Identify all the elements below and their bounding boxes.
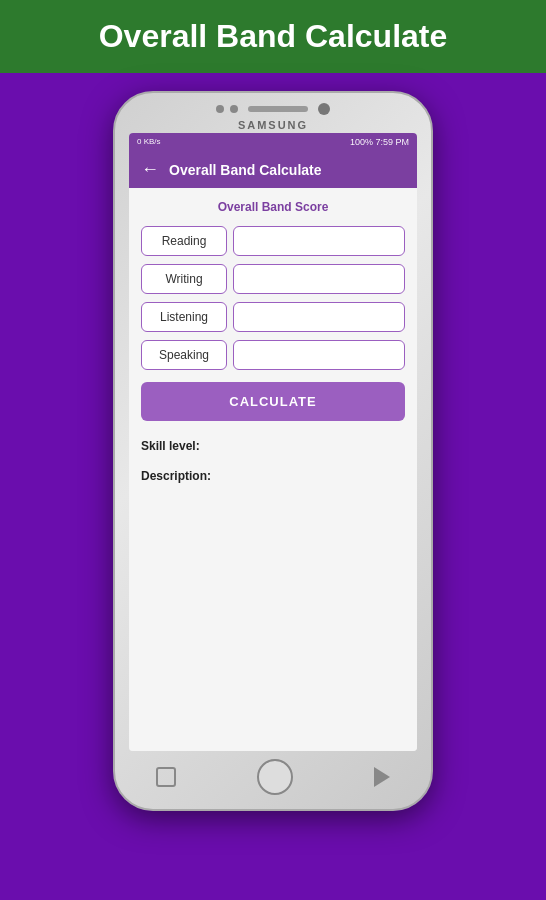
description-label: Description: [141,469,405,483]
phone-top [115,93,431,119]
camera-dot-left [216,105,224,113]
speaking-input[interactable] [233,340,405,370]
speaking-label: Speaking [141,340,227,370]
calculate-button[interactable]: CALCULATE [141,382,405,421]
phone-cameras [216,105,238,113]
home-nav-button[interactable] [257,759,293,795]
phone-bottom-nav [115,751,431,809]
writing-label: Writing [141,264,227,294]
header-banner: Overall Band Calculate [0,0,546,73]
listening-input[interactable] [233,302,405,332]
phone-screen: 0 KB/s 100% 7:59 PM ← Overall Band Calcu… [129,133,417,751]
reading-row: Reading [141,226,405,256]
screen-content: Overall Band Score Reading Writing Liste… [129,188,417,751]
speaking-row: Speaking [141,340,405,370]
camera-dot-center [230,105,238,113]
header-title: Overall Band Calculate [20,18,526,55]
phone-mockup: SAMSUNG 0 KB/s 100% 7:59 PM ← Overall Ba… [113,91,433,811]
back-nav-button[interactable] [156,767,176,787]
status-bar: 0 KB/s 100% 7:59 PM [129,133,417,151]
back-button[interactable]: ← [141,159,159,180]
skill-level-label: Skill level: [141,439,405,453]
phone-speaker [248,106,308,112]
status-right: 100% 7:59 PM [350,137,409,147]
writing-row: Writing [141,264,405,294]
reading-label: Reading [141,226,227,256]
listening-label: Listening [141,302,227,332]
recent-nav-button[interactable] [374,767,390,787]
result-section: Skill level: Description: [141,439,405,499]
camera-dot-right [318,103,330,115]
app-bar-title: Overall Band Calculate [169,162,322,178]
section-title: Overall Band Score [141,200,405,214]
listening-row: Listening [141,302,405,332]
brand-label: SAMSUNG [238,119,308,131]
writing-input[interactable] [233,264,405,294]
status-left: 0 KB/s [137,138,161,146]
reading-input[interactable] [233,226,405,256]
app-bar: ← Overall Band Calculate [129,151,417,188]
